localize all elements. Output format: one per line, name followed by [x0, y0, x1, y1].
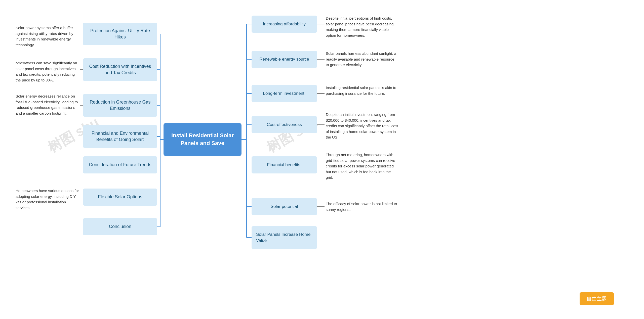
right-box-cost-effectiveness: Cost-effectiveness — [252, 116, 317, 133]
lb5-label: Consideration of Future Trends — [89, 162, 151, 168]
left-box-cost-reduction: Cost Reduction with Incentives and Tax C… — [83, 58, 157, 81]
lb6-label: Flexible Solar Options — [98, 194, 142, 200]
left-box-protection: Protection Against Utility Rate Hikes — [83, 23, 157, 45]
lb4-label: Financial and Environmental Benefits of … — [88, 130, 153, 143]
right-box-home-value: Solar Panels Increase Home Value — [252, 226, 317, 249]
left-box-future-trends: Consideration of Future Trends — [83, 156, 157, 173]
left-box-conclusion: Conclusion — [83, 218, 157, 235]
left-box-greenhouse: Reduction in Greenhouse Gas Emissions — [83, 94, 157, 117]
left-box-flexible-solar: Flexible Solar Options — [83, 189, 157, 206]
left-box-financial-env: Financial and Environmental Benefits of … — [83, 125, 157, 148]
right-box-renewable: Renewable energy source — [252, 51, 317, 68]
free-theme-button[interactable]: 自由主题 — [580, 292, 614, 305]
lb7-label: Conclusion — [109, 223, 131, 230]
lb2-label: Cost Reduction with Incentives and Tax C… — [88, 63, 153, 76]
rb5-label: Financial benefits: — [267, 162, 301, 168]
central-node-label: Install Residential Solar Panels and Sav… — [164, 132, 242, 147]
right-box-financial-benefits: Financial benefits: — [252, 156, 317, 173]
central-node: Install Residential Solar Panels and Sav… — [164, 123, 242, 156]
right-box-affordability: Increasing affordability — [252, 16, 317, 33]
lb1-label: Protection Against Utility Rate Hikes — [88, 28, 153, 40]
rb6-label: Solar potential — [271, 204, 298, 210]
rb1-label: Increasing affordability — [263, 21, 306, 27]
rb4-label: Cost-effectiveness — [267, 122, 302, 128]
rb7-label: Solar Panels Increase Home Value — [256, 232, 312, 244]
right-box-longterm: Long-term investment: — [252, 85, 317, 102]
rb2-label: Renewable energy source — [259, 56, 309, 62]
right-box-solar-potential: Solar potential — [252, 198, 317, 215]
diagram-container: Install Residential Solar Panels and Sav… — [0, 0, 644, 319]
lb3-label: Reduction in Greenhouse Gas Emissions — [88, 99, 153, 112]
rb3-label: Long-term investment: — [263, 90, 305, 97]
